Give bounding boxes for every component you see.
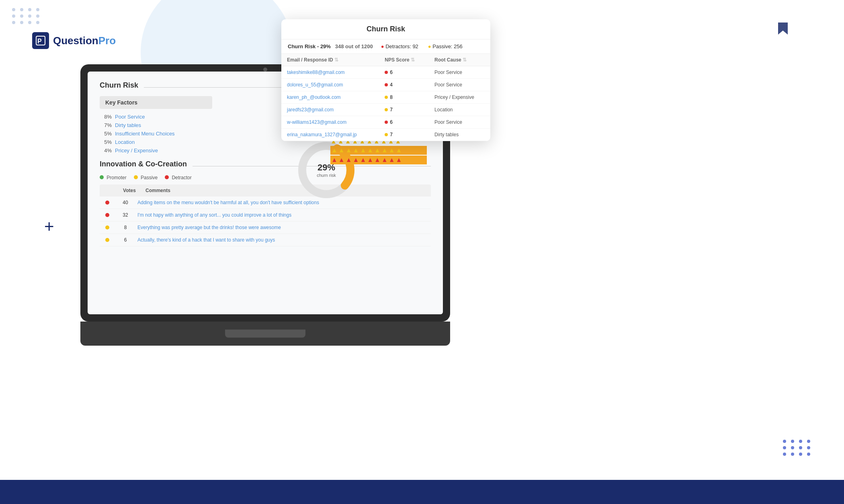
laptop-base <box>80 322 450 346</box>
bottom-bar <box>0 480 844 504</box>
email-4[interactable]: jaredfs23@gmail.com <box>287 107 334 113</box>
row-votes-2: 32 <box>113 212 137 218</box>
churn-out-of: 348 out of 1200 <box>335 43 373 49</box>
card-table-row: erina_nakamura_1327@gmail.jp 7 Dirty tab… <box>281 129 490 141</box>
email-2[interactable]: dolores_u_55@gmail.com <box>287 82 343 88</box>
table-row: 40 Adding items on the menu wouldn't be … <box>100 197 431 209</box>
innovation-title: Innovation & Co-Creation <box>100 160 187 168</box>
col-email: Email / Response ID ⇅ <box>281 54 379 66</box>
factor-name-4: Location <box>115 139 135 145</box>
card-table-row: w-williams1423@gmail.com 6 Poor Service <box>281 116 490 129</box>
laptop-camera <box>263 68 267 72</box>
row-comment-1: Adding items on the menu wouldn't be har… <box>137 200 425 205</box>
churn-risk-summary: Churn Risk - 29% 348 out of 1200 <box>288 43 373 49</box>
row-dot-red <box>105 201 109 205</box>
passive-label: Passive: <box>432 43 452 49</box>
card-table-row: karen_ph_@outlook.com 8 Pricey / Expensi… <box>281 91 490 104</box>
table-row: 8 Everything was pretty average but the … <box>100 221 431 234</box>
churn-risk-card: Churn Risk Churn Risk - 29% 348 out of 1… <box>281 19 490 141</box>
detractors-info: ● Detractors: 92 <box>381 43 420 49</box>
legend-passive-label: Passive <box>141 175 158 180</box>
nav-bookmark-icon[interactable] <box>774 19 792 37</box>
email-5[interactable]: w-williams1423@gmail.com <box>287 119 346 125</box>
innovation-table-body: 40 Adding items on the menu wouldn't be … <box>100 197 431 246</box>
factor-pct-5: 4% <box>100 148 112 154</box>
card-header: Churn Risk <box>281 19 490 39</box>
legend-detractor-label: Detractor <box>172 175 191 180</box>
col-header-comments: Comments <box>145 188 425 193</box>
factor-pct-3: 5% <box>100 131 112 137</box>
decorative-dots-bottomright <box>783 440 812 456</box>
table-row: 32 I'm not hapy with anything of any sor… <box>100 209 431 221</box>
row-comment-3: Everything was pretty average but the dr… <box>137 225 425 230</box>
logo[interactable]: P QuestionPro <box>32 32 116 49</box>
legend-passive: Passive <box>134 175 158 180</box>
passive-info: ● Passive: 256 <box>428 43 463 49</box>
legend-promoter: Promoter <box>100 175 127 180</box>
row-dot-red <box>105 213 109 217</box>
svg-text:P: P <box>37 38 42 45</box>
passive-dot: ● <box>428 43 431 49</box>
factor-name-3: Insufficient Menu Choices <box>115 131 175 137</box>
key-factors-label: Key Factors <box>100 96 212 109</box>
legend-promoter-label: Promoter <box>107 175 126 180</box>
row-comment-4: Actually, there's kind of a hack that I … <box>137 237 425 243</box>
email-6[interactable]: erina_nakamura_1327@gmail.jp <box>287 132 357 137</box>
row-dot-yellow <box>105 225 109 229</box>
col-header-votes: Votes <box>113 188 145 193</box>
donut-sublabel: churn risk <box>317 173 336 178</box>
row-votes-1: 40 <box>113 200 137 205</box>
detractors-dot: ● <box>381 43 384 49</box>
card-summary: Churn Risk - 29% 348 out of 1200 ● Detra… <box>281 39 490 54</box>
card-table-row: jaredfs23@gmail.com 7 Location <box>281 104 490 116</box>
col-root-cause: Root Cause ⇅ <box>429 54 490 66</box>
laptop-notch <box>225 330 305 338</box>
legend: Promoter Passive Detractor <box>100 175 431 180</box>
logo-text: QuestionPro <box>53 35 116 47</box>
email-3[interactable]: karen_ph_@outlook.com <box>287 94 341 100</box>
innovation-table-header: Votes Comments <box>100 184 431 197</box>
innovation-section: Innovation & Co-Creation Promoter Passiv… <box>100 160 431 246</box>
detractors-label: Detractors: <box>385 43 411 49</box>
factor-name-2: Dirty tables <box>115 122 141 128</box>
churn-risk-title: Churn Risk <box>100 81 138 90</box>
legend-detractor: Detractor <box>165 175 192 180</box>
churn-risk-table: Email / Response ID ⇅ NPS Score ⇅ Root C… <box>281 54 490 141</box>
row-votes-4: 6 <box>113 237 137 243</box>
factor-pct-2: 7% <box>100 122 112 128</box>
factor-pct-1: 8% <box>100 114 112 120</box>
logo-icon: P <box>32 32 49 49</box>
row-votes-3: 8 <box>113 225 137 230</box>
factor-name-1: Poor Service <box>115 114 145 120</box>
churn-risk-label: Churn Risk - 29% <box>288 43 331 49</box>
card-table-row: takeshimike88@gmail.com 6 Poor Service <box>281 66 490 79</box>
row-dot-yellow <box>105 238 109 242</box>
plus-icon: + <box>44 217 54 236</box>
detractors-count: 92 <box>412 43 418 49</box>
factor-name-5: Pricey / Expensive <box>115 148 158 154</box>
decorative-dots-topleft <box>12 8 41 24</box>
card-table-row: dolores_u_55@gmail.com 4 Poor Service <box>281 79 490 91</box>
row-comment-2: I'm not hapy with anything of any sort..… <box>137 212 425 218</box>
factor-pct-4: 5% <box>100 139 112 145</box>
col-nps: NPS Score ⇅ <box>379 54 429 66</box>
email-1[interactable]: takeshimike88@gmail.com <box>287 70 345 75</box>
card-title: Churn Risk <box>367 25 405 33</box>
passive-count: 256 <box>454 43 463 49</box>
table-row: 6 Actually, there's kind of a hack that … <box>100 234 431 246</box>
